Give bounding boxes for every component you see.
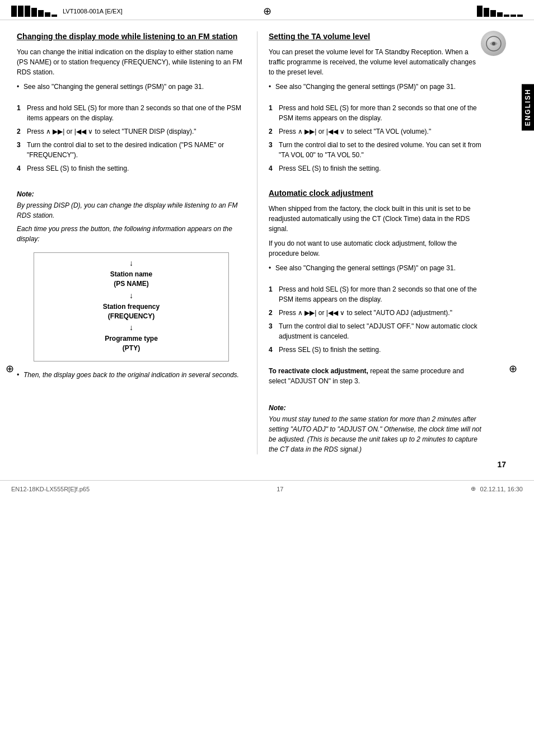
bar5 <box>38 10 44 17</box>
diagram-arrow-1: ↓ <box>129 291 133 300</box>
bar-pattern-right <box>477 6 523 17</box>
step-num-2: 2 <box>17 126 25 137</box>
clock-intro-1: When shipped from the factory, the clock… <box>269 204 481 234</box>
reactivate-text: To reactivate clock adjustment, repeat t… <box>269 366 481 386</box>
logo-icon <box>481 31 506 56</box>
left-step-1: 1 Press and hold SEL (S) for more than 2… <box>17 103 246 123</box>
ta-step-text-4: Press SEL (S) to finish the setting. <box>279 163 481 173</box>
ta-step-num-2: 2 <box>269 126 277 137</box>
rbar5 <box>504 15 509 17</box>
bar7 <box>51 15 57 17</box>
bar6 <box>45 12 50 17</box>
ta-step-4: 4 Press SEL (S) to finish the setting. <box>269 163 481 173</box>
footer-center: 17 <box>277 486 283 492</box>
left-bullet-1: See also "Changing the general settings … <box>24 82 246 92</box>
ta-step-2: 2 Press ∧ ▶▶| or |◀◀ ∨ to select "TA VOL… <box>269 126 481 137</box>
bar-pattern-left <box>11 6 57 17</box>
clock-step-num-4: 4 <box>269 345 277 355</box>
diagram-item-1: Station name (PS NAME) <box>43 270 220 289</box>
footer-reg-mark: ⊕ <box>471 485 476 492</box>
clock-note-text: You must stay tuned to the same station … <box>269 414 481 454</box>
ta-section: Setting the TA volume level You can pres… <box>269 31 481 173</box>
ta-bullet-1: See also "Changing the general settings … <box>275 82 481 92</box>
footer-left: EN12-18KD-LX555R[E]f.p65 <box>11 486 90 492</box>
header-right <box>477 6 523 17</box>
diagram-box: ↓ Station name (PS NAME) ↓ Station frequ… <box>34 252 229 361</box>
left-step-2: 2 Press ∧ ▶▶| or |◀◀ ∨ to select "TUNER … <box>17 126 246 137</box>
clock-step-text-4: Press SEL (S) to finish the setting. <box>279 345 481 355</box>
main-content: Changing the display mode while listenin… <box>0 20 534 466</box>
ta-intro: You can preset the volume level for TA S… <box>269 47 481 77</box>
step-text-3: Turn the control dial to set to the desi… <box>27 140 246 160</box>
rbar6 <box>510 15 516 17</box>
bar2 <box>18 6 24 17</box>
clock-step-num-1: 1 <box>269 284 277 304</box>
left-step-3: 3 Turn the control dial to set to the de… <box>17 140 246 160</box>
ta-section-title: Setting the TA volume level <box>269 31 481 41</box>
clock-step-2: 2 Press ∧ ▶▶| or |◀◀ ∨ to select "AUTO A… <box>269 308 481 318</box>
clock-step-4: 4 Press SEL (S) to finish the setting. <box>269 345 481 355</box>
rbar1 <box>477 6 483 17</box>
clock-section: Automatic clock adjustment When shipped … <box>269 188 481 454</box>
rbar7 <box>517 15 523 17</box>
ta-step-text-2: Press ∧ ▶▶| or |◀◀ ∨ to select "TA VOL (… <box>279 126 481 137</box>
left-bullet-after: Then, the display goes back to the origi… <box>24 370 246 380</box>
ta-step-num-4: 4 <box>269 163 277 173</box>
diagram-item-3: Programme type (PTY) <box>43 334 220 353</box>
clock-note-label: Note: <box>269 404 481 412</box>
footer-right: 02.12.11, 16:30 <box>480 486 523 492</box>
header-bar: LVT1008-001A [E/EX] ⊕ <box>0 0 534 20</box>
step-text-2: Press ∧ ▶▶| or |◀◀ ∨ to select "TUNER DI… <box>27 126 246 137</box>
step-num-4: 4 <box>17 163 25 173</box>
rbar4 <box>497 12 503 17</box>
clock-section-title: Automatic clock adjustment <box>269 188 481 198</box>
diagram-arrow-2: ↓ <box>129 323 133 332</box>
reactivate-label: To reactivate clock adjustment, <box>269 367 368 375</box>
page-number-display: 17 <box>0 460 534 469</box>
left-section-intro: You can change the initial indication on… <box>17 47 246 77</box>
clock-bullet-1: See also "Changing the general settings … <box>275 263 481 273</box>
ta-step-1: 1 Press and hold SEL (S) for more than 2… <box>269 103 481 123</box>
left-column: Changing the display mode while listenin… <box>17 31 257 454</box>
footer-right-reg: ⊕ 02.12.11, 16:30 <box>471 485 523 492</box>
diagram-arrow-top: ↓ <box>129 259 133 267</box>
step-num-3: 3 <box>17 140 25 160</box>
footer: EN12-18KD-LX555R[E]f.p65 17 ⊕ 02.12.11, … <box>0 480 534 497</box>
logo-svg <box>485 35 502 52</box>
english-tab: ENGLISH <box>522 84 534 130</box>
svg-point-1 <box>492 42 495 45</box>
header-code: LVT1008-001A [E/EX] <box>63 8 123 15</box>
ta-step-text-1: Press and hold SEL (S) for more than 2 s… <box>279 103 481 123</box>
right-column: Setting the TA volume level You can pres… <box>257 31 498 454</box>
bar4 <box>31 8 37 17</box>
clock-step-num-3: 3 <box>269 321 277 341</box>
rbar3 <box>490 10 496 17</box>
page-container: LVT1008-001A [E/EX] ⊕ ENGLISH <box>0 0 534 756</box>
register-mark-center: ⊕ <box>263 5 271 17</box>
step-num-1: 1 <box>17 103 25 123</box>
clock-step-text-2: Press ∧ ▶▶| or |◀◀ ∨ to select "AUTO ADJ… <box>279 308 481 318</box>
left-step-4: 4 Press SEL (S) to finish the setting. <box>17 163 246 173</box>
step-text-4: Press SEL (S) to finish the setting. <box>27 163 246 173</box>
clock-step-1: 1 Press and hold SEL (S) for more than 2… <box>269 284 481 304</box>
clock-step-text-1: Press and hold SEL (S) for more than 2 s… <box>279 284 481 304</box>
right-reg-mark: ⊕ <box>509 363 517 375</box>
header-left: LVT1008-001A [E/EX] <box>11 6 123 17</box>
left-section-title: Changing the display mode while listenin… <box>17 31 246 41</box>
ta-step-num-1: 1 <box>269 103 277 123</box>
left-reg-mark: ⊕ <box>6 363 14 375</box>
clock-step-num-2: 2 <box>269 308 277 318</box>
diagram-item-2: Station frequency (FREQUENCY) <box>43 302 220 321</box>
clock-intro-2: If you do not want to use automatic cloc… <box>269 238 481 259</box>
page-number: 17 <box>497 460 506 469</box>
clock-step-3: 3 Turn the control dial to select "ADJUS… <box>269 321 481 341</box>
ta-step-3: 3 Turn the control dial to set to the de… <box>269 140 481 160</box>
left-note-label: Note: <box>17 190 246 198</box>
left-note-line-1: By pressing DISP (D), you can change the… <box>17 200 246 220</box>
left-note-line-2: Each time you press the button, the foll… <box>17 224 246 244</box>
rbar2 <box>484 8 489 17</box>
ta-step-num-3: 3 <box>269 140 277 160</box>
clock-step-text-3: Turn the control dial to select "ADJUST … <box>279 321 481 341</box>
step-text-1: Press and hold SEL (S) for more than 2 s… <box>27 103 246 123</box>
bar1 <box>11 6 17 17</box>
